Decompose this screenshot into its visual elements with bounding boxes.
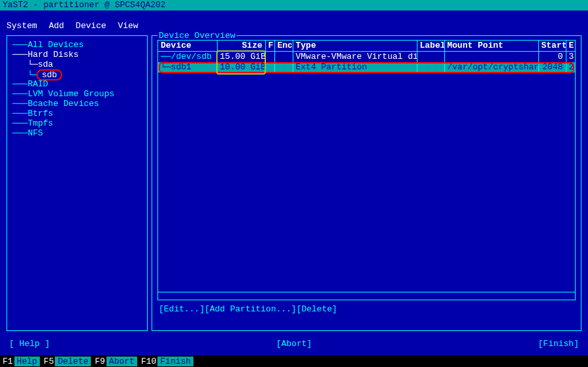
col-size[interactable]: Size: [217, 41, 265, 52]
col-type[interactable]: Type: [293, 41, 417, 52]
table-row-selected[interactable]: └─sdb1 10.00 GiB Ext4 Partition /var/opt…: [158, 62, 575, 73]
device-table: Device Size F Enc Type Label Mount Point…: [157, 40, 576, 300]
col-start[interactable]: Start: [538, 41, 566, 52]
f9-key[interactable]: F9: [93, 357, 106, 366]
finish-button[interactable]: [Finish]: [538, 339, 579, 352]
tree-btrfs[interactable]: ───Btrfs: [12, 109, 142, 118]
col-device[interactable]: Device: [158, 41, 217, 52]
tree-sdb[interactable]: └─sdb: [12, 69, 142, 79]
f10-key[interactable]: F10: [140, 357, 157, 366]
row-actions: [Edit...][Add Partition...][Delete]: [157, 300, 576, 314]
abort-button[interactable]: [Abort]: [276, 339, 312, 352]
tree-all-devices[interactable]: ───All Devices: [12, 40, 142, 50]
edit-button[interactable]: [Edit...]: [159, 304, 204, 314]
function-key-bar: F1Help F5Delete F9Abort F10Finish: [0, 355, 588, 367]
tree-raid[interactable]: ───RAID: [12, 79, 142, 89]
title-bar: YaST2 - partitioner @ SPCS4QA202: [0, 0, 588, 10]
col-label[interactable]: Label: [417, 41, 444, 52]
col-enc[interactable]: Enc: [274, 41, 293, 52]
tree-bcache[interactable]: ───Bcache Devices: [12, 99, 142, 109]
panel-title: Device Overview: [157, 31, 237, 41]
f1-key[interactable]: F1: [1, 357, 14, 366]
col-mount[interactable]: Mount Point: [444, 41, 538, 52]
col-end[interactable]: E: [566, 41, 575, 52]
tree-hard-disks[interactable]: ───Hard Disks: [12, 50, 142, 60]
menu-add[interactable]: Add: [49, 21, 64, 31]
tree-lvm[interactable]: ───LVM Volume Groups: [12, 89, 142, 99]
f5-key[interactable]: F5: [42, 357, 56, 366]
help-button[interactable]: [ Help ]: [9, 339, 50, 352]
main-area: ───All Devices ───Hard Disks └─sda └─sdb…: [0, 31, 588, 332]
menu-bar: System Add Device View: [0, 20, 588, 31]
col-f[interactable]: F: [265, 41, 274, 52]
dialog-buttons: [ Help ] [Abort] [Finish]: [0, 332, 588, 352]
tree-nfs[interactable]: ───NFS: [12, 128, 142, 138]
table-row[interactable]: ──/dev/sdb 15.00 GiB VMware-VMware Virtu…: [158, 52, 575, 63]
add-partition-button[interactable]: [Add Partition...]: [204, 304, 296, 314]
delete-button[interactable]: [Delete]: [297, 304, 337, 314]
tree-tmpfs[interactable]: ───Tmpfs: [12, 118, 142, 128]
device-overview-panel: Device Overview Device Size F Enc Type L…: [152, 35, 581, 331]
device-tree-panel: ───All Devices ───Hard Disks └─sda └─sdb…: [7, 35, 148, 331]
menu-system[interactable]: System: [7, 21, 37, 31]
table-header: Device Size F Enc Type Label Mount Point…: [158, 41, 575, 52]
menu-device[interactable]: Device: [76, 21, 106, 31]
horizontal-scrollbar[interactable]: [158, 292, 575, 300]
menu-view[interactable]: View: [118, 21, 138, 31]
tree-sda[interactable]: └─sda: [12, 60, 142, 69]
